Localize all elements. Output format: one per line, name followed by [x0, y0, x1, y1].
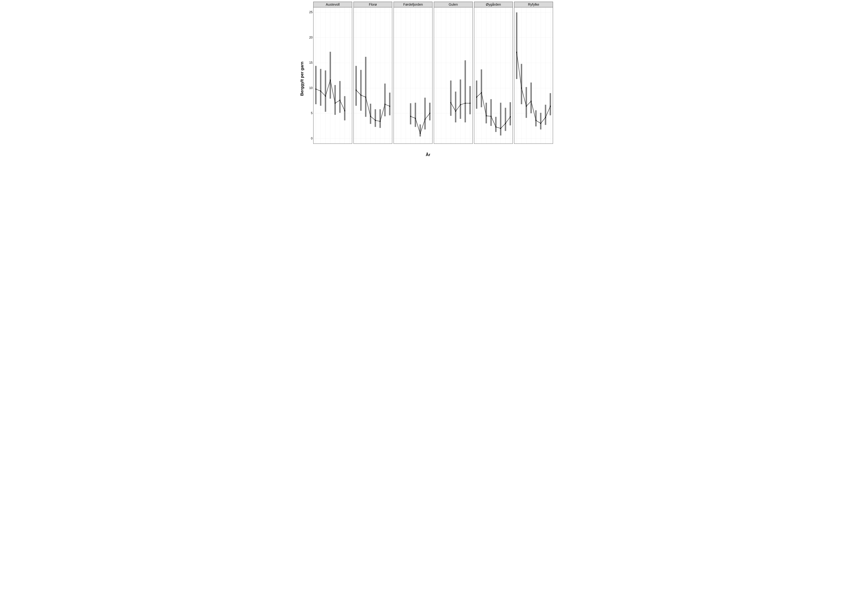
svg-point-101: [450, 102, 451, 103]
y-tick-label: 20: [309, 35, 313, 39]
svg-point-102: [455, 111, 456, 112]
svg-point-160: [526, 106, 527, 107]
svg-point-164: [545, 117, 546, 118]
svg-point-77: [410, 116, 411, 117]
svg-point-55: [380, 121, 380, 122]
svg-point-133: [500, 128, 501, 129]
svg-point-161: [531, 101, 531, 102]
svg-point-134: [505, 123, 506, 124]
plot-area: 20152016201720182019202020212022: [314, 8, 352, 144]
svg-point-159: [521, 88, 522, 89]
svg-point-132: [496, 126, 496, 128]
svg-point-57: [389, 106, 390, 107]
svg-point-52: [365, 97, 366, 98]
svg-point-22: [320, 91, 321, 92]
svg-point-103: [460, 104, 461, 105]
svg-point-23: [325, 95, 326, 97]
svg-point-135: [510, 116, 511, 117]
svg-point-158: [516, 52, 517, 53]
svg-point-80: [425, 119, 425, 120]
svg-point-165: [550, 106, 551, 107]
svg-point-131: [491, 116, 491, 117]
plot-area: 20152016201720182019202020212022: [474, 8, 513, 144]
svg-point-50: [356, 89, 356, 91]
facet-panel: Øygården20152016201720182019202020212022: [474, 2, 513, 144]
svg-point-104: [465, 103, 466, 104]
y-axis-label: Berggylt per garn: [300, 61, 305, 96]
y-tick-label: 5: [311, 111, 313, 115]
svg-point-79: [420, 133, 420, 134]
x-axis-label: År: [426, 152, 430, 157]
facet-panel: Førdefjorden2015201620172018201920202021…: [394, 2, 433, 144]
y-axis-ticks: 0510152025: [308, 2, 313, 144]
facet-strip-label: Øygården: [474, 2, 513, 8]
facet-strip-label: Austevoll: [314, 2, 352, 8]
facet-strip-label: Gulen: [434, 2, 473, 8]
svg-point-81: [430, 113, 430, 114]
facet-panel: Austevoll2015201620172018201920202021202…: [313, 2, 352, 144]
facet-strip-label: Førdefjorden: [394, 2, 432, 8]
plot-area: 20152016201720182019202020212022: [354, 8, 392, 144]
svg-point-26: [339, 100, 340, 101]
svg-point-78: [415, 118, 416, 119]
y-tick-label: 0: [311, 137, 313, 140]
svg-point-53: [370, 116, 371, 117]
svg-point-51: [360, 94, 361, 96]
facet-strip-label: Ryfylke: [514, 2, 553, 8]
facet-panel: Ryfylke20152016201720182019202020212022: [514, 2, 553, 144]
svg-point-56: [385, 103, 385, 105]
svg-point-128: [476, 97, 477, 98]
chart-figure: Berggylt per garn År 0510152025 Austevol…: [301, 0, 555, 157]
svg-point-129: [481, 92, 482, 93]
svg-point-163: [540, 123, 541, 124]
svg-point-24: [330, 79, 331, 81]
svg-point-25: [335, 103, 336, 104]
svg-point-21: [316, 89, 316, 90]
svg-point-54: [375, 120, 376, 121]
plot-area: 20152016201720182019202020212022: [394, 8, 432, 144]
svg-point-27: [345, 110, 345, 111]
y-tick-label: 25: [309, 11, 313, 14]
y-tick-label: 15: [309, 61, 313, 65]
plot-area: 20152016201720182019202020212022: [434, 8, 473, 144]
facet-panels: Austevoll2015201620172018201920202021202…: [313, 2, 553, 144]
svg-point-130: [486, 115, 487, 116]
y-tick-label: 10: [309, 86, 313, 90]
svg-point-162: [536, 120, 536, 121]
facet-panel: Florø20152016201720182019202020212022: [354, 2, 393, 144]
svg-point-105: [470, 103, 470, 104]
facet-panel: Gulen20152016201720182019202020212022: [434, 2, 473, 144]
plot-area: 20152016201720182019202020212022: [514, 8, 553, 144]
facet-strip-label: Florø: [354, 2, 392, 8]
